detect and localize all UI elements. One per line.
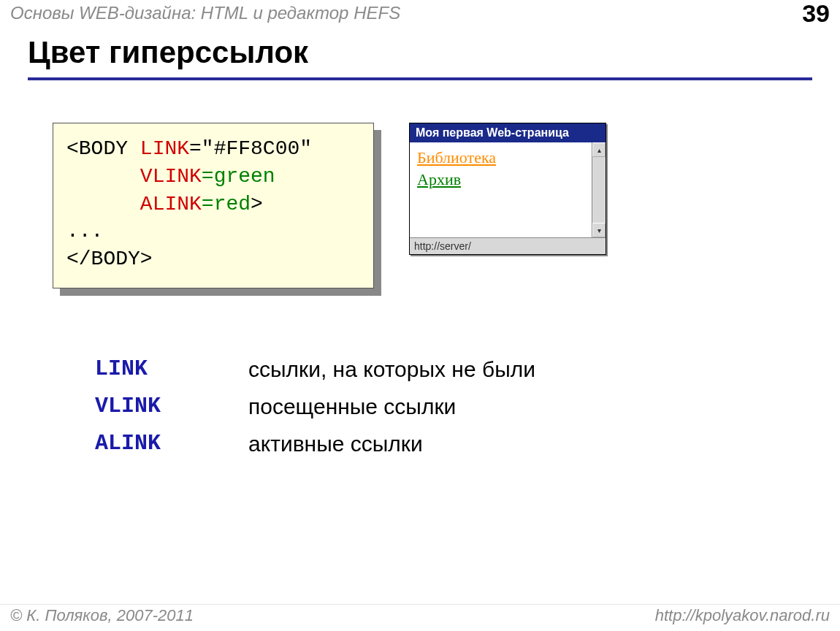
slide-footer: © К. Поляков, 2007-2011 http://kpolyakov… [0, 604, 840, 627]
def-term-alink: ALINK [95, 425, 248, 462]
def-desc: ссылки, на которых не были [248, 351, 535, 388]
code-attr-alink: ALINK [140, 193, 202, 215]
browser-statusbar: http://server/ [410, 237, 606, 254]
code-text: =red [202, 193, 251, 215]
code-attr-vlink: VLINK [140, 165, 202, 188]
def-row: VLINK посещенные ссылки [95, 388, 535, 425]
def-row: ALINK активные ссылки [95, 425, 535, 462]
scroll-up-icon[interactable]: ▴ [592, 142, 606, 157]
code-attr-link: LINK [140, 137, 189, 160]
code-text: =green [202, 165, 288, 188]
definitions: LINK ссылки, на которых не были VLINK по… [95, 351, 535, 462]
code-text: ="#FF8C00" [189, 137, 312, 160]
code-text: > [251, 193, 263, 215]
code-dots: ... [66, 220, 103, 242]
preview-link-unvisited[interactable]: Библиотека [417, 148, 496, 167]
def-row: LINK ссылки, на которых не были [95, 351, 535, 388]
footer-copyright: © К. Поляков, 2007-2011 [10, 606, 194, 625]
slide: Основы WEB-дизайна: HTML и редактор HEFS… [0, 0, 840, 631]
slide-header: Основы WEB-дизайна: HTML и редактор HEFS… [0, 0, 840, 26]
def-desc: активные ссылки [248, 425, 423, 462]
def-term-link: LINK [95, 351, 248, 388]
scroll-track[interactable] [592, 157, 606, 223]
page-number: 39 [802, 0, 830, 28]
course-title: Основы WEB-дизайна: HTML и редактор HEFS [10, 3, 400, 23]
preview-link-visited[interactable]: Архив [417, 170, 461, 188]
code-close: </BODY> [66, 248, 153, 270]
scroll-down-icon[interactable]: ▾ [592, 223, 606, 237]
footer-url: http://kpolyakov.narod.ru [655, 606, 830, 625]
browser-body: Библиотека Архив ▴ ▾ [410, 142, 606, 237]
browser-preview: Моя первая Web-страница Библиотека Архив… [409, 123, 606, 255]
browser-titlebar: Моя первая Web-страница [410, 123, 606, 142]
scrollbar[interactable]: ▴ ▾ [592, 142, 606, 237]
browser-content: Библиотека Архив [410, 142, 592, 237]
slide-title: Цвет гиперссылок [28, 35, 812, 80]
code-text: <BODY [66, 137, 140, 160]
def-term-vlink: VLINK [95, 388, 248, 425]
code-block: <BODY LINK="#FF8C00" VLINK=green ALINK=r… [53, 123, 374, 288]
def-desc: посещенные ссылки [248, 388, 456, 425]
code-example: <BODY LINK="#FF8C00" VLINK=green ALINK=r… [53, 123, 374, 288]
